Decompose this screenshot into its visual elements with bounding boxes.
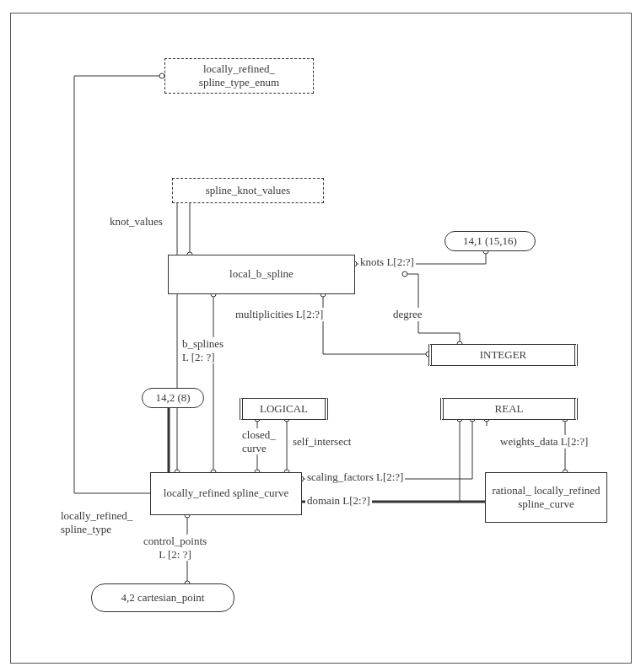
rational-lr-spline-curve-box: rational_ locally_refined spline_curve (485, 472, 607, 523)
real-box: REAL (440, 398, 578, 420)
edge-closed-curve: closed_ curve (240, 428, 277, 454)
edge-b-splines: b_splines L [2: ?] (180, 337, 225, 363)
lr-spline-curve-box: locally_refined spline_curve (150, 472, 302, 515)
knot-values-type-box: spline_knot_values (172, 178, 324, 203)
local-b-spline-box: local_b_spline (168, 255, 355, 294)
edge-spline-type: locally_refined_ spline_type (59, 509, 134, 535)
cartesian-point-label: 4,2 cartesian_point (121, 591, 205, 605)
cartesian-point-pill: 4,2 cartesian_point (91, 583, 234, 612)
integer-label: INTEGER (480, 348, 527, 362)
edge-domain: domain L[2:?] (305, 494, 372, 508)
logical-label: LOGICAL (260, 402, 308, 416)
lr-spline-curve-label: locally_refined spline_curve (164, 487, 288, 500)
ref-14-2-label: 14,2 (8) (155, 391, 190, 405)
real-label: REAL (495, 402, 524, 416)
ref-14-1-pill: 14,1 (15,16) (444, 231, 536, 251)
ref-14-2-pill: 14,2 (8) (142, 388, 204, 408)
edge-degree: degree (391, 308, 424, 321)
enum-type-box: locally_refined_ spline_type_enum (164, 58, 314, 94)
integer-box: INTEGER (428, 344, 578, 366)
edge-weights-data: weights_data L[2:?] (498, 435, 590, 449)
edge-multiplicities: multiplicities L[2:?] (234, 308, 325, 321)
rational-lr-spline-curve-label: rational_ locally_refined spline_curve (491, 484, 601, 512)
edge-scaling-factors: scaling_factors L[2:?] (305, 470, 405, 484)
local-b-spline-label: local_b_spline (229, 267, 294, 281)
edge-knot-values: knot_values (108, 215, 164, 228)
enum-type-label: locally_refined_ spline_type_enum (170, 62, 308, 90)
edge-knots: knots L[2:?] (358, 255, 416, 269)
edge-control-points: control_points L [2: ?] (142, 535, 208, 561)
ref-14-1-label: 14,1 (15,16) (463, 234, 517, 248)
svg-point-20 (402, 271, 407, 277)
knot-values-type-label: spline_knot_values (206, 184, 290, 197)
logical-box: LOGICAL (240, 398, 328, 420)
edge-self-intersect: self_intersect (291, 435, 353, 449)
